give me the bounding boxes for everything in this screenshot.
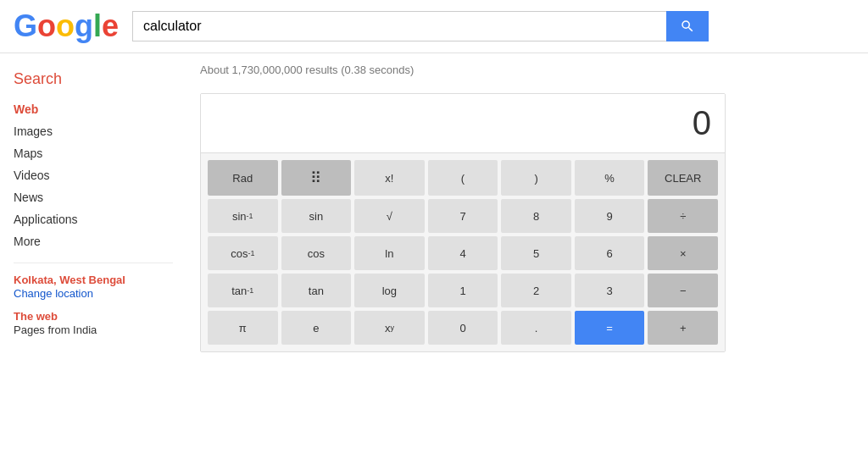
display-value: 0	[693, 104, 711, 142]
calc-btn-3[interactable]: 3	[575, 274, 645, 307]
calc-btn-cos[interactable]: cos	[281, 236, 352, 270]
calc-btn-sin[interactable]: sin	[281, 199, 352, 233]
logo-text: Google	[14, 8, 119, 43]
calculator-display: 0	[201, 94, 725, 153]
calc-btn-add[interactable]: +	[648, 311, 718, 345]
calc-btn-arcsin[interactable]: sin-1	[208, 199, 278, 233]
calc-btn-grid[interactable]: ⠿	[281, 160, 352, 196]
sidebar-section-title: Search	[14, 70, 173, 88]
header: Google calculator	[0, 0, 868, 53]
calc-btn-pi[interactable]: π	[208, 311, 278, 345]
calc-btn-0[interactable]: 0	[428, 311, 498, 345]
location-section: Kolkata, West Bengal Change location	[14, 274, 173, 300]
calc-btn-rad[interactable]: Rad	[208, 160, 278, 196]
calc-btn-decimal[interactable]: .	[501, 311, 571, 345]
calc-btn-divide[interactable]: ÷	[648, 199, 718, 233]
sidebar-divider	[14, 263, 173, 263]
search-bar: calculator	[132, 11, 709, 41]
web-title: The web	[14, 310, 173, 323]
main-content: Search Web Images Maps Videos News Appli…	[0, 53, 868, 362]
calc-btn-close-paren[interactable]: )	[501, 160, 571, 196]
change-location-link[interactable]: Change location	[14, 287, 93, 300]
sidebar-item-web[interactable]: Web	[14, 98, 173, 120]
calc-btn-multiply[interactable]: ×	[648, 236, 718, 270]
google-logo[interactable]: Google	[14, 8, 119, 44]
calc-btn-4[interactable]: 4	[428, 236, 498, 270]
calc-btn-arccos[interactable]: cos-1	[208, 236, 278, 270]
calculator-buttons: Rad ⠿ x! ( ) % CLEAR sin-1 sin √ 7 8 9 ÷…	[201, 153, 725, 351]
calc-btn-log[interactable]: log	[354, 274, 425, 307]
location-title: Kolkata, West Bengal	[14, 274, 173, 286]
calc-btn-arctan[interactable]: tan-1	[208, 274, 278, 307]
web-filter-section: The web Pages from India	[14, 310, 173, 336]
search-button[interactable]	[666, 11, 709, 41]
calc-btn-5[interactable]: 5	[501, 236, 571, 270]
calc-btn-6[interactable]: 6	[575, 236, 645, 270]
sidebar-item-videos[interactable]: Videos	[14, 164, 173, 186]
calc-btn-power[interactable]: xy	[354, 311, 425, 345]
calc-btn-2[interactable]: 2	[501, 274, 571, 307]
calc-btn-equals[interactable]: =	[575, 311, 645, 345]
search-icon	[680, 19, 695, 34]
sidebar-item-images[interactable]: Images	[14, 120, 173, 142]
calc-btn-1[interactable]: 1	[428, 274, 498, 307]
calculator-widget: 0 Rad ⠿ x! ( ) % CLEAR sin-1 sin √ 7 8 9…	[200, 93, 726, 352]
calc-btn-9[interactable]: 9	[575, 199, 645, 233]
sidebar-item-news[interactable]: News	[14, 186, 173, 208]
results-info: About 1,730,000,000 results (0.38 second…	[200, 64, 854, 76]
calc-btn-tan[interactable]: tan	[281, 274, 352, 307]
calc-btn-clear[interactable]: CLEAR	[648, 160, 718, 196]
calc-btn-factorial[interactable]: x!	[354, 160, 425, 196]
sidebar-item-maps[interactable]: Maps	[14, 142, 173, 164]
calc-btn-ln[interactable]: ln	[354, 236, 425, 270]
calc-btn-sqrt[interactable]: √	[354, 199, 425, 233]
search-input[interactable]: calculator	[132, 11, 666, 41]
pages-from-label: Pages from India	[14, 323, 97, 336]
calc-btn-open-paren[interactable]: (	[428, 160, 498, 196]
sidebar-item-more[interactable]: More	[14, 230, 173, 252]
sidebar: Search Web Images Maps Videos News Appli…	[0, 64, 186, 352]
calc-btn-subtract[interactable]: −	[648, 274, 718, 307]
content-area: About 1,730,000,000 results (0.38 second…	[186, 64, 868, 352]
calc-btn-e[interactable]: e	[281, 311, 352, 345]
sidebar-item-applications[interactable]: Applications	[14, 208, 173, 230]
calc-btn-7[interactable]: 7	[428, 199, 498, 233]
calc-btn-8[interactable]: 8	[501, 199, 571, 233]
calc-btn-percent[interactable]: %	[575, 160, 645, 196]
